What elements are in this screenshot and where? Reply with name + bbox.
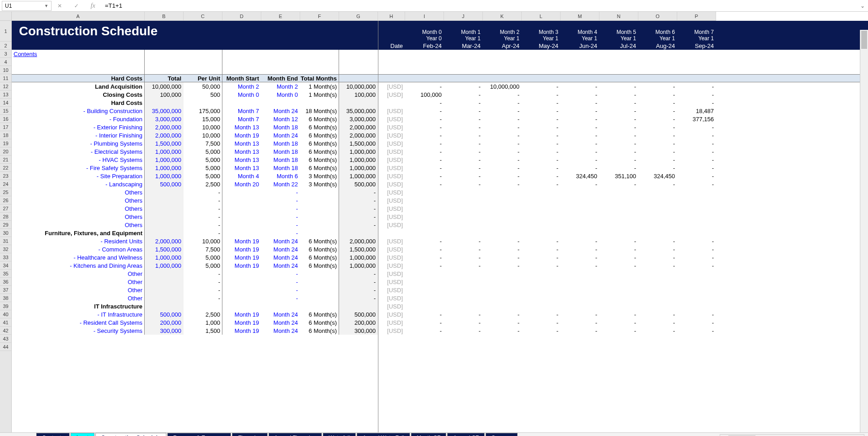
row-header-4[interactable]: 4 [0,58,11,66]
row-m2-16[interactable]: - [483,107,522,115]
row-perunit-43[interactable]: 1,500 [184,327,222,335]
row-total-40[interactable] [145,302,184,310]
row-perunit-26[interactable]: - [184,188,222,196]
cell[interactable] [12,58,145,66]
sheet-tab-annual-waterfall[interactable]: Annual WaterFall [357,433,410,436]
row-m4-19[interactable]: - [561,131,599,139]
cell[interactable] [261,66,300,74]
row-m5-42[interactable]: - [599,318,638,327]
row-header-36[interactable]: 36 [0,278,11,286]
row-perunit-28[interactable]: - [184,204,222,213]
row-m4-15[interactable]: - [561,99,599,107]
row-total-32[interactable]: 2,000,000 [145,237,184,245]
row-perunit-41[interactable]: 2,500 [184,310,222,318]
row-m2-32[interactable]: - [483,237,522,245]
row-start-22[interactable]: Month 13 [222,156,261,164]
row-m2-29[interactable] [483,213,522,221]
row-m5-38[interactable] [599,286,638,294]
row-start-27[interactable] [222,196,261,204]
vertical-scrollbar[interactable] [860,30,868,432]
row-header-40[interactable]: 40 [0,310,11,318]
row-header-35[interactable]: 35 [0,270,11,278]
cell[interactable] [378,58,405,66]
cell[interactable] [599,75,638,82]
row-m1-20[interactable]: - [444,139,483,147]
row-m4-29[interactable] [561,213,599,221]
cell[interactable] [145,58,184,66]
row-g-16[interactable]: 35,000,000 [339,107,378,115]
cell[interactable] [339,75,378,82]
row-name-40[interactable]: IT Infrasctructure [12,302,145,310]
row-g-28[interactable]: - [339,204,378,213]
row-name-23[interactable]: - Fire Safety Systems [12,164,145,172]
cell[interactable] [677,58,716,66]
row-m0-16[interactable]: - [405,107,444,115]
row-total-18[interactable]: 2,000,000 [145,123,184,131]
row-m7-27[interactable] [677,196,716,204]
row-end-17[interactable]: Month 12 [261,115,300,123]
row-m6-16[interactable]: - [638,107,677,115]
row-usd-39[interactable]: [USD] [378,294,405,302]
row-m4-42[interactable]: - [561,318,599,327]
row-m1-43[interactable]: - [444,327,483,335]
row-m7-33[interactable]: - [677,245,716,253]
row-months-22[interactable]: 6 Month(s) [300,156,339,164]
row-m1-13[interactable]: - [444,82,483,90]
row-m7-24[interactable]: - [677,172,716,180]
row-m2-39[interactable] [483,294,522,302]
row-m7-28[interactable] [677,204,716,213]
row-m6-20[interactable]: - [638,139,677,147]
cell[interactable] [300,50,339,58]
cell[interactable] [222,66,261,74]
row-months-29[interactable] [300,213,339,221]
row-start-15[interactable] [222,99,261,107]
row-months-37[interactable] [300,278,339,286]
row-total-14[interactable]: 100,000 [145,90,184,99]
row-m4-17[interactable]: - [561,115,599,123]
row-name-33[interactable]: - Common Areas [12,245,145,253]
row-m7-18[interactable]: - [677,123,716,131]
row-end-21[interactable]: Month 18 [261,147,300,156]
row-header-41[interactable]: 41 [0,318,11,327]
row-m5-27[interactable] [599,196,638,204]
row-total-42[interactable]: 200,000 [145,318,184,327]
row-m7-35[interactable]: - [677,261,716,270]
row-end-36[interactable]: - [261,270,300,278]
row-m2-34[interactable]: - [483,253,522,261]
row-perunit-13[interactable]: 50,000 [184,82,222,90]
row-m7-21[interactable]: - [677,147,716,156]
row-m0-30[interactable] [405,221,444,229]
row-usd-32[interactable]: [USD] [378,237,405,245]
row-m6-31[interactable] [638,229,677,237]
row-months-13[interactable]: 1 Month(s) [300,82,339,90]
row-start-37[interactable] [222,278,261,286]
row-perunit-36[interactable]: - [184,270,222,278]
row-m4-14[interactable]: - [561,90,599,99]
row-name-22[interactable]: - HVAC Systems [12,156,145,164]
row-m5-26[interactable] [599,188,638,196]
row-start-41[interactable]: Month 19 [222,310,261,318]
row-m3-38[interactable] [522,286,561,294]
row-m1-14[interactable]: - [444,90,483,99]
cell[interactable] [638,75,677,82]
row-header-14[interactable]: 14 [0,99,11,107]
cell[interactable] [483,66,522,74]
row-start-14[interactable]: Month 0 [222,90,261,99]
row-header-39[interactable]: 39 [0,302,11,310]
row-m6-39[interactable] [638,294,677,302]
row-usd-42[interactable]: [USD] [378,318,405,327]
row-m2-23[interactable]: - [483,164,522,172]
confirm-icon[interactable]: ✓ [74,3,79,9]
row-m3-25[interactable]: - [522,180,561,188]
cell[interactable] [561,66,599,74]
row-perunit-22[interactable]: 5,000 [184,156,222,164]
row-m7-16[interactable]: 18,487 [677,107,716,115]
row-m1-19[interactable]: - [444,131,483,139]
sheet-tab-month-cf[interactable]: Month CF [411,433,447,436]
row-start-40[interactable] [222,302,261,310]
table-header-0[interactable]: Hard Costs [12,75,145,82]
row-perunit-34[interactable]: 5,000 [184,253,222,261]
row-usd-33[interactable]: [USD] [378,245,405,253]
cell[interactable] [677,66,716,74]
row-header-29[interactable]: 29 [0,221,11,229]
